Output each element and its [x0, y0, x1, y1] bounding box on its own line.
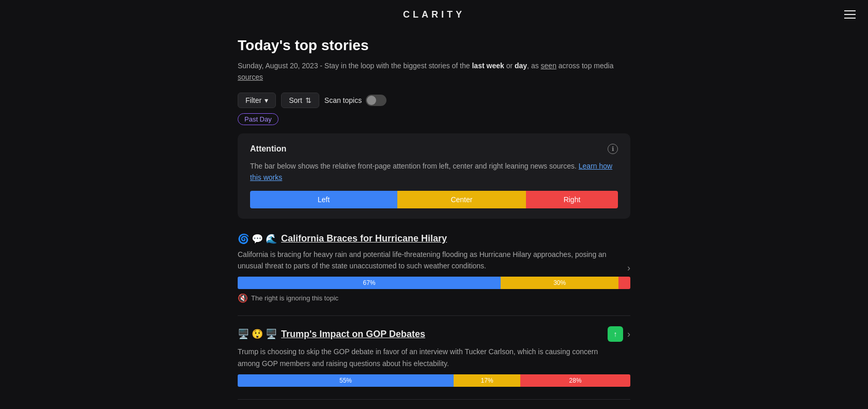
- story-arrow-icon[interactable]: ›: [627, 329, 630, 340]
- trending-badge: ↑: [608, 326, 623, 342]
- story-attention-bar: 55% 17% 28%: [238, 374, 630, 387]
- subtitle-or: or: [504, 62, 515, 70]
- trending-up-icon: ↑: [614, 330, 617, 338]
- ignore-note-text: The right is ignoring this topic: [251, 294, 338, 302]
- story-bar-right: 28%: [520, 374, 630, 387]
- subtitle: Sunday, August 20, 2023 - Stay in the lo…: [238, 60, 630, 83]
- filter-label: Filter: [245, 96, 261, 104]
- story-bar-left: 67%: [238, 277, 501, 289]
- divider: [238, 315, 630, 316]
- subtitle-end: across top media: [556, 62, 614, 70]
- header: CLARITY: [0, 0, 868, 29]
- logo: CLARITY: [403, 9, 465, 20]
- story-title[interactable]: Trump's Impact on GOP Debates: [281, 329, 603, 340]
- attention-header: Attention ℹ: [250, 144, 618, 154]
- attention-card: Attention ℹ The bar below shows the rela…: [238, 133, 630, 219]
- story-title-row: 🖥️ 😲 🖥️ Trump's Impact on GOP Debates ↑ …: [238, 326, 630, 342]
- story-attention-bar: 67% 30%: [238, 277, 630, 289]
- story-bar-center: 17%: [454, 374, 520, 387]
- mute-icon: 🔇: [238, 293, 248, 303]
- scan-topics-label: Scan topics: [324, 96, 362, 104]
- sort-label: Sort: [289, 96, 302, 104]
- story-bar-left: 55%: [238, 374, 454, 387]
- attention-bar-left-label: Left: [318, 195, 330, 204]
- story-bar-right: [618, 277, 630, 289]
- attention-bar-center: Center: [397, 191, 526, 208]
- main-content: Today's top stories Sunday, August 20, 2…: [227, 0, 641, 409]
- attention-bar-right: Right: [526, 191, 618, 208]
- story-title-row: 🌀 💬 🌊 California Braces for Hurricane Hi…: [238, 233, 630, 245]
- filter-bar: Filter ▾ Sort ⇅ Scan topics: [238, 93, 630, 108]
- filter-chevron-icon: ▾: [265, 96, 268, 104]
- subtitle-rest: , as: [527, 62, 540, 70]
- attention-bar-right-label: Right: [564, 195, 581, 204]
- story-emojis: 🖥️ 😲 🖥️: [238, 328, 277, 340]
- ignore-note: 🔇 The right is ignoring this topic: [238, 293, 630, 303]
- story-arrow-icon[interactable]: ›: [627, 263, 630, 274]
- hamburger-menu-icon[interactable]: [844, 10, 856, 19]
- story-emojis: 🌀 💬 🌊: [238, 233, 277, 245]
- scan-topics-control: Scan topics: [324, 95, 386, 106]
- sort-button[interactable]: Sort ⇅: [281, 93, 319, 108]
- past-day-badge-label: Past Day: [238, 113, 278, 125]
- filter-button[interactable]: Filter ▾: [238, 93, 276, 108]
- attention-title: Attention: [250, 144, 286, 154]
- story-item: 🌀 💬 🌊 California Braces for Hurricane Hi…: [238, 233, 630, 304]
- story-item: 🖥️ 😲 🖥️ Trump's Impact on GOP Debates ↑ …: [238, 326, 630, 387]
- past-day-filter-badge[interactable]: Past Day: [238, 113, 630, 133]
- attention-bar-center-label: Center: [451, 195, 472, 204]
- story-description: Trump is choosing to skip the GOP debate…: [238, 346, 630, 369]
- attention-info-icon[interactable]: ℹ: [608, 144, 618, 154]
- page-title: Today's top stories: [238, 37, 630, 54]
- attention-bar-left: Left: [250, 191, 397, 208]
- subtitle-bold-week: last week: [472, 62, 504, 70]
- attention-bar: Left Center Right: [250, 191, 618, 208]
- subtitle-text: - Stay in the loop with the biggest stor…: [318, 62, 472, 70]
- subtitle-sources-link[interactable]: sources: [238, 73, 263, 81]
- attention-description: The bar below shows the relative front-p…: [250, 160, 618, 184]
- story-description: California is bracing for heavy rain and…: [238, 249, 630, 272]
- subtitle-bold-day: day: [515, 62, 527, 70]
- attention-desc-text: The bar below shows the relative front-p…: [250, 162, 577, 170]
- sort-icon: ⇅: [305, 96, 312, 104]
- story-title[interactable]: California Braces for Hurricane Hilary: [281, 233, 630, 244]
- divider: [238, 399, 630, 400]
- subtitle-date: Sunday, August 20, 2023: [238, 62, 318, 70]
- subtitle-seen-link[interactable]: seen: [541, 62, 556, 70]
- scan-topics-toggle[interactable]: [366, 95, 386, 106]
- story-bar-center: 30%: [501, 277, 618, 289]
